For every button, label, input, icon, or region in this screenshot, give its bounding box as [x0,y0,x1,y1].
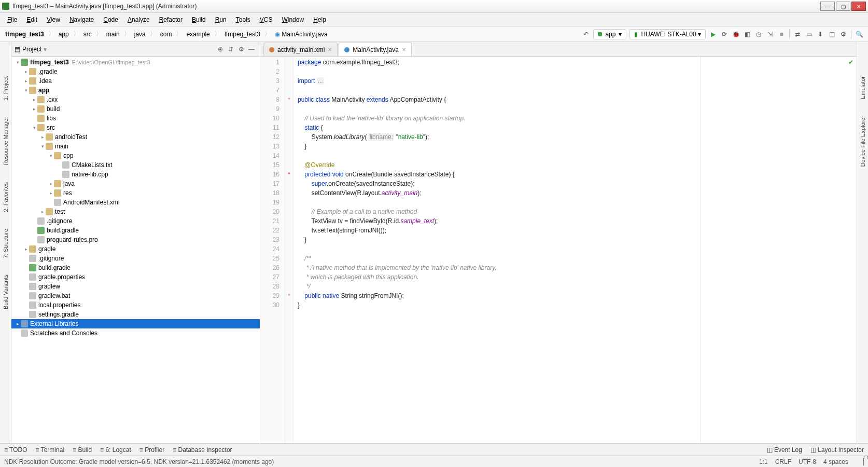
resource-manager-icon[interactable]: ◫ [827,29,837,39]
chevron-down-icon[interactable]: ▾ [44,46,47,53]
code-line[interactable]: */ [298,282,701,291]
attach-debugger-icon[interactable]: ⇲ [765,29,775,39]
tree-node[interactable]: ▸res [11,188,260,198]
tree-arrow-icon[interactable]: ▸ [15,321,21,326]
tree-node[interactable]: ▸External Libraries [11,319,260,328]
settings-gear-icon[interactable]: ⚙ [236,45,246,54]
code-line[interactable] [298,244,701,254]
bottom-tool-button[interactable]: ≡ 6: Logcat [100,446,131,454]
gutter-mark-icon[interactable] [285,299,293,309]
gutter-mark-icon[interactable] [285,113,293,122]
device-selector[interactable]: ▮ HUAWEI STK-AL00 ▾ [629,29,706,39]
tree-node[interactable]: gradle.properties [11,272,260,282]
apply-changes-icon[interactable]: ⟳ [719,29,730,39]
gutter-mark-icon[interactable] [285,122,293,131]
gutter-mark-icon[interactable] [285,85,293,94]
stop-icon[interactable]: ■ [776,29,787,39]
gutter-mark-icon[interactable] [285,103,293,113]
tree-node[interactable]: ▾main [11,142,260,151]
gutter-mark-icon[interactable] [285,187,293,197]
gutter-mark-icon[interactable] [285,150,293,159]
back-icon[interactable]: ↶ [581,29,591,39]
tree-node[interactable]: gradlew [11,282,260,291]
breadcrumb-seg[interactable]: ffmpeg_test3 [3,30,46,39]
gutter-mark-icon[interactable] [285,141,293,150]
tree-arrow-icon[interactable]: ▸ [23,246,29,252]
tree-node[interactable]: CMakeLists.txt [11,160,260,170]
close-tab-icon[interactable]: ✕ [328,47,332,52]
tree-arrow-icon[interactable]: ▾ [15,60,21,65]
code-line[interactable]: import ... [298,76,701,86]
tree-arrow-icon[interactable]: ▸ [31,106,37,112]
tree-arrow-icon[interactable]: ▸ [48,181,54,186]
gutter-mark-icon[interactable] [285,225,293,234]
code-line[interactable]: System.loadLibrary( libname: "native-lib… [298,132,701,142]
breadcrumb-seg[interactable]: main [104,30,122,39]
code-line[interactable]: public native String stringFromJNI(); [298,291,701,300]
profile-icon[interactable]: ◷ [753,29,764,39]
bottom-tool-button[interactable]: ≡ TODO [4,446,27,454]
line-separator[interactable]: CRLF [775,458,791,465]
tree-arrow-icon[interactable]: ▾ [39,144,46,149]
tree-node[interactable]: native-lib.cpp [11,170,260,179]
select-opened-file-icon[interactable]: ⊕ [216,45,225,54]
tree-node[interactable]: ▾src [11,123,260,132]
tree-arrow-icon[interactable]: ▾ [31,125,37,130]
tree-node[interactable]: settings.gradle [11,310,260,319]
hide-panel-icon[interactable]: — [247,45,256,54]
tree-node[interactable]: gradlew.bat [11,291,260,300]
gutter-mark-icon[interactable]: ⌖ [285,94,293,103]
code-line[interactable]: // Example of a call to a native method [298,207,701,216]
tree-node[interactable]: ▸build [11,104,260,114]
code-line[interactable]: TextView tv = findViewById(R.id.sample_t… [298,216,701,226]
gutter-mark-icon[interactable] [285,159,293,169]
code-line[interactable] [298,198,701,207]
tree-arrow-icon[interactable]: ▸ [48,190,54,196]
gutter-mark-icon[interactable] [285,234,293,243]
menu-help[interactable]: Help [309,15,330,25]
code-line[interactable]: @Override [298,160,701,170]
tree-node[interactable]: ▸java [11,179,260,188]
code-line[interactable]: static { [298,123,701,132]
code-line[interactable]: * A native method that is implemented by… [298,263,701,272]
tree-arrow-icon[interactable]: ▸ [39,134,46,140]
gutter-mark-icon[interactable] [285,253,293,262]
code-line[interactable]: * which is packaged with this applicatio… [298,272,701,282]
tree-node[interactable]: ▾ffmpeg_test3E:\video\OpenGL\ffmpeg_test… [11,58,260,67]
menu-refactor[interactable]: Refactor [155,15,187,25]
code-editor[interactable]: 1237891011121314151617181920212223242526… [260,57,857,443]
gutter-mark-icon[interactable] [285,243,293,253]
debug-icon[interactable]: 🐞 [731,29,741,39]
gutter-mark-icon[interactable] [285,215,293,225]
caret-position[interactable]: 1:1 [759,458,768,465]
breadcrumb-seg[interactable]: ffmpeg_test3 [222,30,262,39]
tree-node[interactable]: ▸.idea [11,76,260,86]
tree-node[interactable]: build.gradle [11,263,260,272]
gutter-mark-icon[interactable] [285,178,293,187]
editor-tab[interactable]: activity_main.xml✕ [263,43,338,56]
gutter-mark-icon[interactable]: ⌖ [285,290,293,299]
tree-node[interactable]: ▾app [11,86,260,95]
gutter-mark-icon[interactable] [285,131,293,141]
gutter-mark-icon[interactable] [285,271,293,281]
tree-arrow-icon[interactable]: ▾ [48,153,54,158]
editor-tab[interactable]: MainActivity.java✕ [339,43,411,56]
tree-arrow-icon[interactable]: ▾ [23,88,29,93]
breadcrumb-file[interactable]: ◉ MainActivity.java [273,30,330,39]
maximize-button[interactable]: ▢ [836,2,850,11]
close-button[interactable]: ✕ [851,2,866,11]
tree-node[interactable]: .gitignore [11,254,260,263]
tree-node[interactable]: proguard-rules.pro [11,235,260,244]
tool-window-button[interactable]: Emulator [859,73,867,102]
run-module-selector[interactable]: app ▾ [593,29,626,39]
gutter-mark-icon[interactable] [285,197,293,206]
inspection-ok-icon[interactable]: ✔ [848,59,853,66]
bottom-tool-button[interactable]: ◫ Layout Inspector [810,446,864,454]
tool-window-button[interactable]: Resource Manager [2,114,10,169]
minimize-button[interactable]: — [820,2,835,11]
tree-node[interactable]: AndroidManifest.xml [11,198,260,207]
bottom-tool-button[interactable]: ◫ Event Log [767,446,802,454]
tree-arrow-icon[interactable]: ▸ [23,78,29,84]
breadcrumb-seg[interactable]: src [81,30,94,39]
readonly-toggle-icon[interactable] [856,458,864,465]
